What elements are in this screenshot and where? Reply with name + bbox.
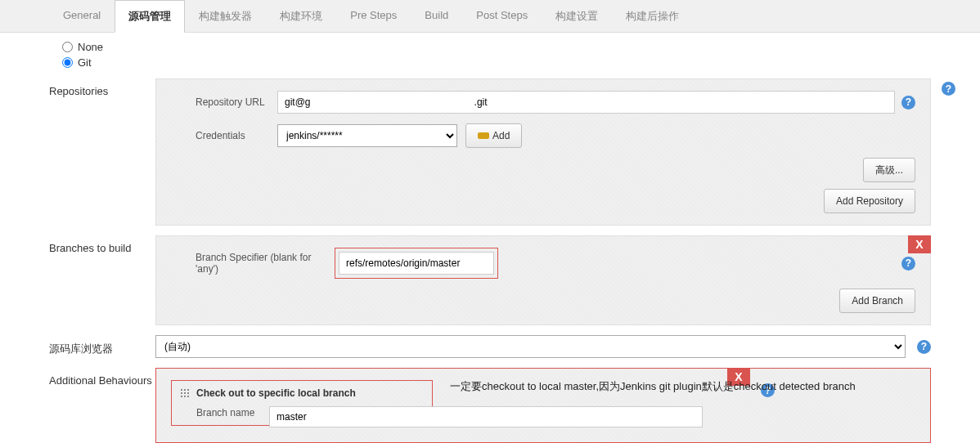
behaviour-checkout-title: Check out to specific local branch [196,387,356,399]
key-icon [478,132,489,139]
close-icon[interactable]: X [908,235,931,253]
tab-settings[interactable]: 构建设置 [542,0,612,32]
add-credentials-button[interactable]: Add [465,123,522,148]
scm-none-radio[interactable] [62,42,73,52]
tab-post-steps[interactable]: Post Steps [462,0,542,32]
tab-postbuild[interactable]: 构建后操作 [612,0,693,32]
credentials-select[interactable]: jenkins/****** [277,124,457,147]
help-icon[interactable]: ? [901,96,915,110]
advanced-button[interactable]: 高级... [863,158,915,182]
help-icon[interactable]: ? [942,82,955,96]
branch-specifier-highlight [335,248,498,279]
tab-general[interactable]: General [49,0,115,32]
scm-git-label: Git [78,56,92,69]
scm-git-radio[interactable] [62,57,73,68]
repo-url-input[interactable] [277,91,895,114]
branches-label: Branches to build [49,235,155,254]
repositories-panel: Repository URL ? Credentials jenkins/***… [155,78,931,226]
credentials-label: Credentials [196,130,277,141]
config-tabs: General 源码管理 构建触发器 构建环境 Pre Steps Build … [0,0,980,33]
tab-env[interactable]: 构建环境 [266,0,336,32]
branch-specifier-label: Branch Specifier (blank for 'any') [196,252,335,275]
tab-scm[interactable]: 源码管理 [115,0,185,33]
scm-none-label: None [78,41,103,53]
branch-specifier-input[interactable] [339,252,494,275]
tab-build[interactable]: Build [411,0,462,32]
tab-pre-steps[interactable]: Pre Steps [336,0,411,32]
repo-url-label: Repository URL [196,96,277,108]
annotation-text: 一定要checkout to local master,因为Jenkins gi… [450,379,856,394]
drag-handle-icon[interactable] [180,388,190,398]
add-repository-button[interactable]: Add Repository [824,189,915,213]
repo-browser-label: 源码库浏览器 [49,335,155,356]
help-icon[interactable]: ? [917,340,931,354]
tab-triggers[interactable]: 构建触发器 [185,0,266,32]
help-icon[interactable]: ? [901,257,915,271]
branch-name-label: Branch name [196,407,270,418]
repositories-label: Repositories [49,78,155,97]
branch-name-input[interactable] [269,406,703,427]
repo-browser-select[interactable]: (自动) [155,335,906,358]
add-branch-button[interactable]: Add Branch [839,289,915,313]
branches-panel: X Branch Specifier (blank for 'any') ? A… [155,235,931,325]
